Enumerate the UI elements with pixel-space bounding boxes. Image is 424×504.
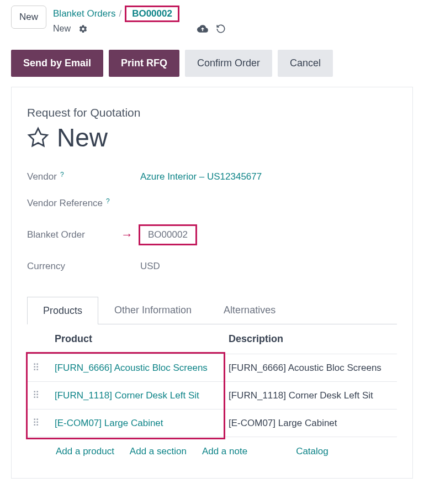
help-icon[interactable]: ?: [60, 171, 64, 179]
breadcrumb-id: BO00002: [125, 6, 179, 22]
send-by-email-button[interactable]: Send by Email: [11, 50, 103, 77]
doc-type-label: Request for Quotation: [27, 106, 397, 119]
arrow-right-icon: →: [121, 228, 133, 242]
tab-other-information[interactable]: Other Information: [98, 296, 208, 324]
print-rfq-button[interactable]: Print RFQ: [109, 50, 179, 77]
tab-alternatives[interactable]: Alternatives: [208, 296, 292, 324]
blanket-order-field[interactable]: BO00002: [139, 224, 197, 245]
breadcrumb-separator: /: [119, 8, 121, 19]
star-outline-icon[interactable]: [27, 127, 49, 149]
catalog-link[interactable]: Catalog: [296, 446, 328, 457]
col-description: Description: [223, 324, 397, 354]
cloud-upload-icon[interactable]: [197, 23, 208, 34]
product-cell[interactable]: [FURN_6666] Acoustic Bloc Screens: [49, 354, 223, 382]
description-cell[interactable]: [FURN_6666] Acoustic Bloc Screens: [223, 354, 397, 382]
table-row[interactable]: ⠿[FURN_1118] Corner Desk Left Sit[FURN_1…: [27, 382, 397, 410]
col-product: Product: [49, 324, 223, 354]
tab-products[interactable]: Products: [27, 297, 98, 324]
cancel-button[interactable]: Cancel: [278, 50, 333, 77]
table-row[interactable]: ⠿[FURN_6666] Acoustic Bloc Screens[FURN_…: [27, 354, 397, 382]
breadcrumb-root-link[interactable]: Blanket Orders: [53, 8, 115, 19]
currency-field[interactable]: USD: [140, 261, 160, 272]
drag-handle-icon[interactable]: ⠿: [27, 410, 49, 437]
table-row[interactable]: ⠿[E-COM07] Large Cabinet[E-COM07] Large …: [27, 410, 397, 437]
vendor-field[interactable]: Azure Interior – US12345677: [140, 171, 262, 182]
form-sheet: Request for Quotation New Vendor? Azure …: [11, 87, 413, 479]
help-icon[interactable]: ?: [106, 197, 110, 205]
page-title: New: [57, 123, 108, 153]
drag-handle-icon[interactable]: ⠿: [27, 354, 49, 382]
vendor-label: Vendor?: [27, 171, 140, 182]
product-cell[interactable]: [E-COM07] Large Cabinet: [49, 410, 223, 437]
products-table: Product Description ⠿[FURN_6666] Acousti…: [27, 324, 397, 437]
add-product-link[interactable]: Add a product: [56, 446, 114, 457]
action-bar: Send by Email Print RFQ Confirm Order Ca…: [11, 50, 413, 77]
currency-label: Currency: [27, 261, 140, 272]
add-note-link[interactable]: Add a note: [202, 446, 247, 457]
new-button[interactable]: New: [11, 6, 46, 29]
svg-marker-0: [29, 128, 47, 146]
tabs: Products Other Information Alternatives: [27, 296, 397, 324]
add-section-link[interactable]: Add a section: [130, 446, 187, 457]
gear-icon[interactable]: [78, 24, 88, 34]
drag-handle-icon[interactable]: ⠿: [27, 382, 49, 410]
breadcrumb: Blanket Orders / BO00002 New: [53, 6, 226, 34]
product-cell[interactable]: [FURN_1118] Corner Desk Left Sit: [49, 382, 223, 410]
confirm-order-button[interactable]: Confirm Order: [185, 50, 272, 77]
description-cell[interactable]: [FURN_1118] Corner Desk Left Sit: [223, 382, 397, 410]
vendor-reference-label: Vendor Reference?: [27, 198, 140, 209]
status-text: New: [53, 24, 71, 34]
discard-icon[interactable]: [216, 24, 226, 34]
description-cell[interactable]: [E-COM07] Large Cabinet: [223, 410, 397, 437]
